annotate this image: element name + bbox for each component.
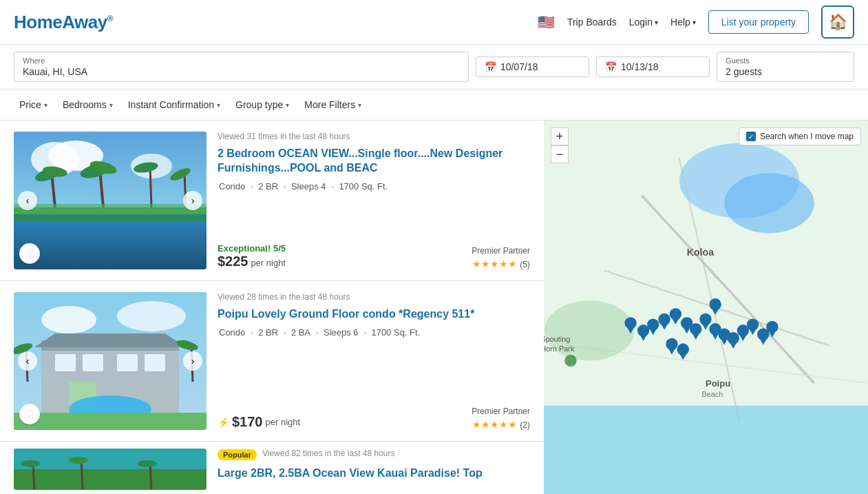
svg-point-41: [138, 460, 157, 467]
zoom-in-button[interactable]: +: [551, 127, 569, 145]
dot3: ·: [331, 181, 336, 192]
partner-section: Premier Partner ★★★★★ (5): [472, 246, 530, 269]
price: $225: [218, 254, 248, 269]
search-when-move-label: Search when I move map: [760, 132, 854, 141]
svg-rect-45: [544, 406, 868, 494]
listing-image-1: [14, 132, 207, 269]
login-dropdown[interactable]: Login ▾: [629, 17, 658, 28]
guests-label: Guests: [726, 56, 845, 65]
dot1: ·: [251, 181, 255, 192]
svg-rect-23: [55, 354, 76, 371]
group-type-filter[interactable]: Group type ▾: [230, 96, 295, 113]
logo-superscript: ®: [107, 14, 113, 23]
listing-image-3: [14, 449, 207, 490]
svg-text:Horn Park: Horn Park: [544, 344, 575, 353]
listing-footer-2: ⚡ $170 per night Premier Partner ★★★★★ (…: [218, 406, 530, 430]
svg-point-44: [724, 173, 814, 233]
svg-rect-35: [14, 449, 207, 469]
next-image-button-2[interactable]: ›: [183, 351, 202, 371]
listing-title[interactable]: 2 Bedroom OCEAN VIEW...Single floor....N…: [218, 147, 530, 176]
map-placeholder: Koloa Spouting Horn Park Poipu Beach: [544, 121, 868, 494]
help-label: Help: [670, 17, 690, 28]
filter-bar: Price ▾ Bedrooms ▾ Instant Confirmation …: [0, 90, 868, 121]
calendar-icon-2: 📅: [605, 61, 617, 72]
popular-badge: Popular: [218, 449, 257, 460]
svg-text:Poipu: Poipu: [706, 378, 730, 389]
listing-image-wrap-3: [14, 449, 207, 490]
prev-image-button[interactable]: ‹: [18, 191, 37, 210]
instant-confirmation-arrow-icon: ▾: [217, 101, 220, 109]
review-count-2: (2): [520, 420, 530, 430]
listing-title-3[interactable]: Large 2BR, 2.5BA Ocean View Kauai Paradi…: [218, 466, 530, 481]
group-type-arrow-icon: ▾: [286, 101, 289, 109]
listing-bedrooms: 2 BR: [258, 181, 278, 192]
listing-image-wrap: ‹ › ♡: [14, 132, 207, 269]
viewed-text: Viewed 31 times in the last 48 hours: [218, 132, 530, 141]
where-value: Kauai, HI, USA: [23, 66, 460, 77]
listing-image-2: [14, 292, 207, 430]
partner-section-2: Premier Partner ★★★★★ (2): [472, 406, 530, 430]
listing-details: Condo · 2 BR · Sleeps 4 · 1700 Sq. Ft.: [218, 181, 530, 192]
listing-sleeps-2: Sleeps 6: [324, 327, 359, 338]
listing-sqft-2: 1700 Sq. Ft.: [371, 327, 420, 338]
guests-value: 2 guests: [726, 66, 845, 77]
svg-text:Beach: Beach: [702, 390, 723, 398]
price-2: $170: [232, 414, 263, 430]
svg-text:Koloa: Koloa: [687, 247, 714, 258]
listing-sqft: 1700 Sq. Ft.: [339, 181, 388, 192]
zoom-out-button[interactable]: −: [551, 145, 569, 163]
next-image-button[interactable]: ›: [183, 191, 202, 210]
search-when-move-checkbox[interactable]: ✓ Search when I move map: [739, 127, 861, 145]
group-type-label: Group type: [235, 99, 283, 110]
bedrooms-filter[interactable]: Bedrooms ▾: [57, 96, 118, 113]
logo[interactable]: HomeAway®: [14, 12, 113, 33]
price-section: Exceptional! 5/5 $225 per night: [218, 243, 286, 269]
favorite-button-2[interactable]: ♡: [19, 404, 40, 424]
deal-price-row: ⚡ $170 per night: [218, 414, 300, 430]
listing-baths-2: 2 BA: [291, 327, 310, 338]
list-property-button[interactable]: List your property: [708, 10, 809, 34]
svg-point-18: [41, 306, 96, 333]
help-dropdown[interactable]: Help ▾: [670, 17, 696, 28]
listing-details-2: Condo · 2 BR · 2 BA · Sleeps 6 · 1700 Sq…: [218, 327, 530, 338]
favorite-button[interactable]: ♡: [19, 243, 40, 264]
svg-point-37: [21, 460, 40, 467]
third-card-top: Popular Viewed 82 times in the last 48 h…: [218, 449, 530, 461]
listing-type: Condo: [219, 181, 245, 192]
checkout-value: 10/13/18: [621, 61, 659, 72]
listing-title-2[interactable]: Poipu Lovely Ground Floor condo *Regency…: [218, 307, 530, 322]
trip-boards-link[interactable]: Trip Boards: [567, 17, 617, 28]
rating-label: Exceptional! 5/5: [218, 243, 286, 254]
where-label: Where: [23, 56, 460, 65]
svg-marker-22: [34, 333, 186, 347]
main-content: ‹ › ♡ Viewed 31 times in the last 48 hou…: [0, 121, 868, 494]
svg-point-19: [117, 301, 186, 331]
svg-rect-33: [14, 413, 207, 430]
stars: ★★★★★: [472, 258, 517, 269]
where-field[interactable]: Where Kauai, HI, USA: [14, 52, 469, 82]
bedrooms-arrow-icon: ▾: [109, 101, 113, 109]
prev-image-button-2[interactable]: ‹: [18, 351, 37, 371]
price-per-2: per night: [266, 417, 301, 427]
flag-icon[interactable]: 🇺🇸: [538, 14, 555, 30]
map-section: Koloa Spouting Horn Park Poipu Beach: [544, 121, 868, 494]
price-arrow-icon: ▾: [44, 101, 47, 109]
dot2: ·: [284, 181, 288, 192]
listing-card: ‹ › ♡ Viewed 28 times in the last 48 hou…: [0, 281, 544, 442]
svg-rect-26: [145, 354, 165, 371]
house-icon[interactable]: 🏠: [821, 6, 854, 39]
guests-field[interactable]: Guests 2 guests: [717, 52, 854, 82]
instant-confirmation-filter[interactable]: Instant Confirmation ▾: [123, 96, 226, 113]
svg-rect-24: [83, 354, 103, 371]
viewed-text-3: Viewed 82 times in the last 48 hours: [262, 449, 395, 458]
more-filters-filter[interactable]: More Filters ▾: [299, 96, 367, 113]
checkin-field[interactable]: 📅 10/07/18: [476, 56, 589, 77]
checkout-field[interactable]: 📅 10/13/18: [596, 56, 710, 77]
svg-line-12: [150, 166, 151, 207]
price-filter[interactable]: Price ▾: [14, 96, 53, 113]
listing-type-2: Condo: [219, 327, 245, 338]
listing-info-3: Popular Viewed 82 times in the last 48 h…: [218, 449, 530, 489]
price-section-2: ⚡ $170 per night: [218, 414, 300, 430]
checkbox-checked-icon: ✓: [746, 132, 756, 141]
deal-icon: ⚡: [218, 417, 229, 428]
